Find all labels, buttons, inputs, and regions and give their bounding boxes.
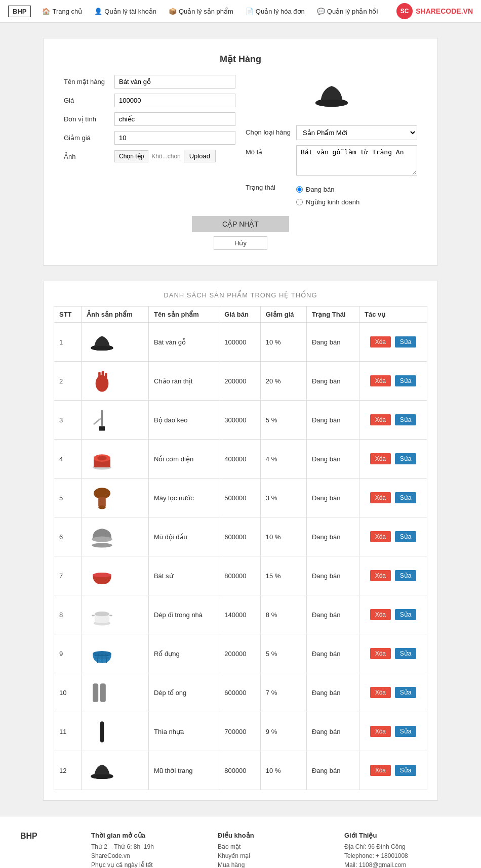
cell-anh xyxy=(82,401,149,440)
cell-gia: 200000 xyxy=(219,634,261,673)
cell-gia: 200000 xyxy=(219,362,261,401)
cancel-button[interactable]: Hủy xyxy=(214,236,267,250)
cell-stt: 7 xyxy=(54,556,82,595)
table-row: 5 Máy lọc nước 500000 3 % Đang bán Xóa S… xyxy=(54,479,427,517)
input-ten-mat-hang[interactable] xyxy=(114,75,235,89)
update-button[interactable]: CẬP NHẬT xyxy=(192,216,289,232)
sua-button[interactable]: Sửa xyxy=(395,336,417,348)
sharecode-logo: SC SHARECODE.VN xyxy=(396,3,473,19)
form-right: Chọn loại hàng Sản Phẩm Mới Sản Phẩm Cũ … xyxy=(246,75,417,206)
nav-phan-hoi[interactable]: 💬 Quản lý phản hồi xyxy=(312,5,383,18)
footer-col-hours: Thời gian mở cửa Thứ 2 – Thứ 6: 8h–19h S… xyxy=(91,832,208,868)
field-gia: Giá xyxy=(64,94,235,107)
cell-giam: 10 % xyxy=(260,517,306,556)
svg-point-23 xyxy=(94,612,109,616)
xoa-button[interactable]: Xóa xyxy=(370,453,391,464)
xoa-button[interactable]: Xóa xyxy=(370,492,391,503)
sua-button[interactable]: Sửa xyxy=(395,570,417,581)
sua-button[interactable]: Sửa xyxy=(395,726,417,737)
cell-trang-thai: Đang bán xyxy=(306,401,359,440)
select-loai-hang[interactable]: Sản Phẩm Mới Sản Phẩm Cũ xyxy=(296,125,417,140)
sua-button[interactable]: Sửa xyxy=(395,453,417,464)
footer-khuyen-mai[interactable]: Khuyến mại xyxy=(218,852,334,859)
xoa-button[interactable]: Xóa xyxy=(370,609,391,620)
radio-ngung[interactable] xyxy=(296,199,303,205)
cell-stt: 8 xyxy=(54,595,82,634)
brand-logo[interactable]: BHP xyxy=(8,6,31,17)
cell-trang-thai: Đang bán xyxy=(306,712,359,751)
cell-anh xyxy=(82,556,149,595)
xoa-button[interactable]: Xóa xyxy=(370,687,391,698)
sua-button[interactable]: Sửa xyxy=(395,765,417,776)
svg-point-18 xyxy=(92,543,112,547)
sua-button[interactable]: Sửa xyxy=(395,375,417,386)
svg-rect-8 xyxy=(101,410,103,426)
nav-hoa-don[interactable]: 📄 Quản lý hóa đơn xyxy=(240,5,310,18)
footer-brand-col: BHP xyxy=(20,832,81,868)
col-anh: Ảnh sản phẩm xyxy=(82,307,149,323)
xoa-button[interactable]: Xóa xyxy=(370,570,391,581)
footer-bao-mat[interactable]: Bảo mật xyxy=(218,843,334,850)
upload-button[interactable]: Upload xyxy=(184,150,216,162)
svg-rect-7 xyxy=(105,373,107,381)
svg-rect-24 xyxy=(92,615,95,616)
cell-actions: Xóa Sửa xyxy=(359,479,427,517)
input-don-vi-tinh[interactable] xyxy=(114,112,235,126)
cell-gia: 100000 xyxy=(219,323,261,362)
invoice-icon: 📄 xyxy=(246,8,254,15)
form-title: Mặt Hàng xyxy=(64,54,417,65)
cell-stt: 5 xyxy=(54,479,82,517)
input-giam-gia[interactable] xyxy=(114,131,235,145)
xoa-button[interactable]: Xóa xyxy=(370,414,391,425)
nav-tai-khoan[interactable]: 👤 Quản lý tài khoản xyxy=(89,5,162,18)
cell-actions: Xóa Sửa xyxy=(359,751,427,790)
textarea-mo-ta[interactable]: Bát vàn gỗ làm từ Tràng An xyxy=(296,145,417,176)
cell-giam: 5 % xyxy=(260,634,306,673)
cell-stt: 9 xyxy=(54,634,82,673)
product-image-preview xyxy=(246,75,417,115)
cell-stt: 12 xyxy=(54,751,82,790)
field-don-vi-tinh: Đơn vị tính xyxy=(64,112,235,126)
cell-name: Mũ thời trang xyxy=(148,751,219,790)
xoa-button[interactable]: Xóa xyxy=(370,375,391,386)
cell-anh xyxy=(82,362,149,401)
sua-button[interactable]: Sửa xyxy=(395,648,417,659)
product-thumb xyxy=(87,522,117,552)
cell-giam: 20 % xyxy=(260,362,306,401)
cell-anh xyxy=(82,712,149,751)
sua-button[interactable]: Sửa xyxy=(395,531,417,542)
xoa-button[interactable]: Xóa xyxy=(370,336,391,348)
radio-ngung-label[interactable]: Ngừng kinh doanh xyxy=(296,195,342,206)
product-thumb xyxy=(87,599,117,630)
sua-button[interactable]: Sửa xyxy=(395,609,417,620)
table-row: 12 Mũ thời trang 800000 10 % Đang bán Xó… xyxy=(54,751,427,790)
cell-actions: Xóa Sửa xyxy=(359,401,427,440)
radio-dang-ban-label[interactable]: Đang bán xyxy=(296,183,342,193)
footer-col-hours-title: Thời gian mở cửa xyxy=(91,832,208,839)
footer: BHP Thời gian mở cửa Thứ 2 – Thứ 6: 8h–1… xyxy=(0,816,481,868)
product-thumb xyxy=(87,638,117,669)
nav-trang-chu[interactable]: 🏠 Trang chủ xyxy=(37,5,87,18)
cell-name: Bát vàn gỗ xyxy=(148,323,219,362)
cell-trang-thai: Đang bán xyxy=(306,440,359,479)
field-ten-mat-hang: Tên mặt hàng xyxy=(64,75,235,89)
xoa-button[interactable]: Xóa xyxy=(370,648,391,659)
sua-button[interactable]: Sửa xyxy=(395,492,417,503)
table-row: 7 Bát sứ 800000 15 % Đang bán Xóa Sửa xyxy=(54,556,427,595)
input-gia[interactable] xyxy=(114,94,235,107)
xoa-button[interactable]: Xóa xyxy=(370,765,391,776)
radio-dang-ban[interactable] xyxy=(296,186,303,193)
xoa-button[interactable]: Xóa xyxy=(370,531,391,542)
xoa-button[interactable]: Xóa xyxy=(370,726,391,737)
svg-rect-5 xyxy=(98,372,101,381)
nav-san-pham[interactable]: 📦 Quản lý sản phẩm xyxy=(164,5,238,18)
sua-button[interactable]: Sửa xyxy=(395,414,417,425)
chon-tep-button[interactable]: Chọn tệp xyxy=(114,150,148,162)
product-table: STT Ảnh sản phẩm Tên sản phẩm Giá bán Gi… xyxy=(54,306,427,790)
footer-mua-hang[interactable]: Mua hàng xyxy=(218,861,334,868)
cell-stt: 3 xyxy=(54,401,82,440)
cell-name: Nồi cơm điện xyxy=(148,440,219,479)
cell-giam: 9 % xyxy=(260,712,306,751)
file-input-group: Chọn tệp Khô...chon Upload xyxy=(114,150,216,162)
sua-button[interactable]: Sửa xyxy=(395,687,417,698)
